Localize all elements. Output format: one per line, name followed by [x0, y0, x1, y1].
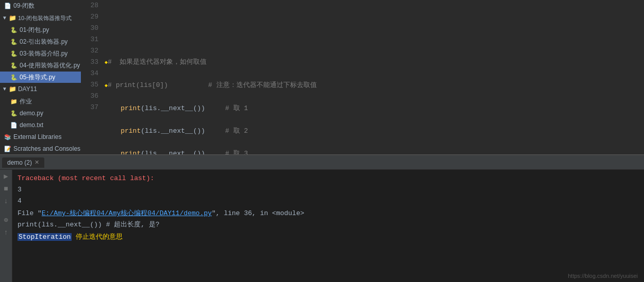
console-tab-demo[interactable]: demo (2) ✕ [2, 157, 44, 168]
py-icon-05: 🐍 [10, 72, 18, 82]
sidebar-item-05[interactable]: 🐍 05-推导式.py [0, 72, 81, 83]
sidebar-item-01[interactable]: 🐍 01-闭包.py [0, 24, 81, 36]
sidebar-item-09[interactable]: 📄 09-闭数 [0, 0, 81, 12]
sidebar-item-scratches[interactable]: 📝 Scratches and Consoles [0, 143, 81, 154]
sidebar-item-demo-txt[interactable]: 📄 demo.txt [0, 119, 81, 131]
py-icon-demo: 🐍 [10, 108, 18, 118]
sidebar-item-03[interactable]: 🐍 03-装饰器介绍.py [0, 48, 81, 60]
file-icon: 📄 [4, 1, 11, 11]
code-content[interactable]: ◆# 如果是迭代器对象，如何取值 ◆# print(lis[0]) # 注意：迭… [103, 0, 644, 154]
sidebar-folder-10[interactable]: ▼ 📁 10-闭包装饰器推导式 [0, 12, 81, 24]
arrow-icon-day11: ▼ [2, 84, 7, 94]
txt-icon-demo: 📄 [10, 120, 18, 130]
py-icon-03: 🐍 [10, 48, 18, 59]
py-icon-04: 🐍 [10, 60, 18, 70]
output-num2: 4 [18, 196, 639, 207]
stop-iteration-badge: StopIteration [18, 233, 72, 241]
arrow-icon: ▼ [2, 13, 7, 23]
sidebar-folder-day11[interactable]: ▼ 📁 DAY11 [0, 83, 81, 95]
sidebar-item-homework[interactable]: 📁 作业 [0, 95, 81, 107]
output-num1: 3 [18, 184, 639, 196]
code-editor[interactable]: 28 29 30 31 32 33 34 35 36 37 ◆# 如果是迭代器对… [81, 0, 644, 154]
console-body: ▶ ■ ↓ ⊕ ↑ Traceback (most recent call la… [0, 170, 644, 282]
stop-iteration-line: StopIteration 停止迭代的意思 [18, 232, 639, 243]
sidebar-item-demo-py[interactable]: 🐍 demo.py [0, 107, 81, 119]
console-icons-panel: ▶ ■ ↓ ⊕ ↑ [0, 170, 12, 282]
console-output: Traceback (most recent call last): 3 4 F… [12, 170, 644, 282]
py-icon-01: 🐍 [10, 25, 18, 35]
close-tab-icon[interactable]: ✕ [35, 159, 39, 166]
console-tab-label: demo (2) [7, 159, 32, 166]
lib-icon: 📚 [4, 132, 11, 142]
folder-icon-homework: 📁 [10, 96, 18, 107]
stop-icon[interactable]: ■ [4, 185, 8, 193]
file-link[interactable]: E:/Amy-核心编程04/Amy核心编程04/DAY11/demo.py [42, 209, 212, 217]
stop-comment-text: 停止迭代的意思 [72, 233, 123, 241]
scratch-icon: 📝 [4, 144, 11, 154]
line-numbers: 28 29 30 31 32 33 34 35 36 37 [81, 0, 103, 154]
scroll-down-icon[interactable]: ↓ [4, 197, 8, 205]
py-icon-02: 🐍 [10, 37, 18, 47]
sidebar-item-external-libs[interactable]: 📚 External Libraries [0, 131, 81, 143]
sidebar: 📄 09-闭数 ▼ 📁 10-闭包装饰器推导式 🐍 01-闭包.py 🐍 02-… [0, 0, 81, 154]
editor-area: 28 29 30 31 32 33 34 35 36 37 ◆# 如果是迭代器对… [81, 0, 644, 154]
sidebar-item-02[interactable]: 🐍 02-引出装饰器.py [0, 36, 81, 48]
settings-icon[interactable]: ⊕ [4, 216, 8, 224]
rerun-icon[interactable]: ▶ [4, 172, 8, 181]
main-area: 📄 09-闭数 ▼ 📁 10-闭包装饰器推导式 🐍 01-闭包.py 🐍 02-… [0, 0, 644, 154]
file-line: File "E:/Amy-核心编程04/Amy核心编程04/DAY11/demo… [18, 208, 639, 219]
up-arrow-icon[interactable]: ↑ [4, 228, 8, 237]
console-area: demo (2) ✕ ▶ ■ ↓ ⊕ ↑ Traceback (most rec… [0, 155, 644, 282]
sidebar-item-04[interactable]: 🐍 04-使用装饰器优化.py [0, 60, 81, 72]
traceback-text: Traceback (most recent call last): [18, 173, 639, 184]
folder-icon-day11: 📁 [9, 84, 16, 94]
print-output-line: print(lis.__next__()) # 超出长度, 是? [18, 219, 639, 231]
watermark: https://blog.csdn.net/yuuisei [568, 273, 638, 279]
folder-icon-10: 📁 [9, 13, 16, 23]
console-tab-bar: demo (2) ✕ [0, 155, 644, 170]
